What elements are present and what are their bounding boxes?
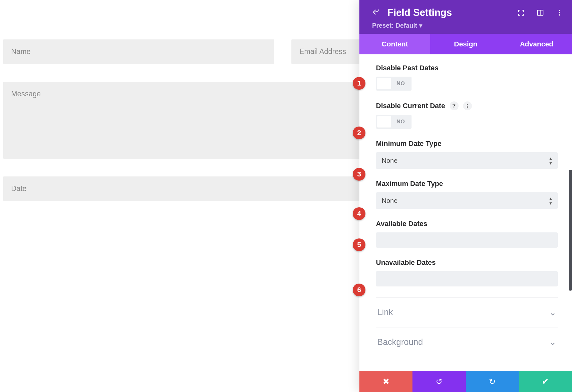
select-value: None (382, 157, 398, 164)
toggle-disable-past-dates[interactable]: NO (376, 77, 412, 91)
svg-point-3 (559, 12, 560, 13)
input-available-dates[interactable] (376, 232, 558, 248)
toggle-knob (377, 116, 391, 127)
panel-title: Field Settings (387, 7, 452, 18)
label-disable-past-dates: Disable Past Dates (376, 64, 439, 72)
label-max-date-type: Maximum Date Type (376, 180, 443, 188)
setting-min-date-type: Minimum Date Type None ▴▾ (376, 140, 558, 169)
check-icon: ✔ (542, 377, 549, 387)
chevron-down-icon: ⌄ (549, 337, 556, 347)
tab-advanced[interactable]: Advanced (501, 34, 572, 54)
svg-point-4 (559, 14, 560, 16)
close-icon: ✖ (383, 377, 390, 387)
settings-tabs: Content Design Advanced (359, 34, 572, 54)
panel-header: Field Settings Preset: Default ▾ (359, 0, 572, 34)
select-max-date-type[interactable]: None ▴▾ (376, 192, 558, 209)
caret-down-icon: ▾ (419, 22, 422, 29)
label-available-dates: Available Dates (376, 220, 427, 228)
accordion-background-label: Background (377, 337, 423, 347)
expand-icon[interactable] (517, 9, 525, 18)
name-field[interactable]: Name (3, 39, 274, 64)
annotation-badge-6: 6 (353, 284, 365, 296)
cancel-button[interactable]: ✖ (359, 371, 412, 392)
save-button[interactable]: ✔ (519, 371, 572, 392)
annotation-badge-2: 2 (353, 127, 365, 139)
redo-icon: ↻ (489, 377, 496, 387)
settings-panel: Field Settings Preset: Default ▾ Content… (359, 0, 572, 392)
label-disable-current-date: Disable Current Date (376, 102, 445, 110)
setting-available-dates: Available Dates (376, 220, 558, 248)
select-value: None (382, 197, 398, 204)
setting-more-icon[interactable]: ⋮ (463, 101, 472, 110)
annotation-badge-1: 1 (353, 77, 365, 90)
panel-body: Disable Past Dates NO Disable Current Da… (359, 54, 572, 371)
preset-selector[interactable]: Preset: Default ▾ (372, 22, 559, 29)
annotation-badge-4: 4 (353, 207, 365, 220)
annotation-badge-5: 5 (353, 238, 365, 251)
tab-design[interactable]: Design (430, 34, 501, 54)
toggle-text: NO (391, 119, 410, 125)
svg-point-2 (559, 10, 560, 11)
toggle-disable-current-date[interactable]: NO (376, 115, 412, 129)
setting-max-date-type: Maximum Date Type None ▴▾ (376, 180, 558, 209)
setting-unavailable-dates: Unavailable Dates (376, 258, 558, 286)
accordion-link[interactable]: Link ⌄ (376, 297, 558, 327)
back-icon[interactable] (372, 8, 380, 17)
undo-button[interactable]: ↺ (412, 371, 466, 392)
help-icon[interactable]: ? (450, 101, 459, 110)
annotation-badge-3: 3 (353, 168, 365, 181)
redo-button[interactable]: ↻ (466, 371, 519, 392)
select-min-date-type[interactable]: None ▴▾ (376, 152, 558, 169)
label-min-date-type: Minimum Date Type (376, 140, 441, 148)
setting-disable-current-date: Disable Current Date ? ⋮ NO (376, 101, 558, 129)
toggle-knob (377, 78, 391, 89)
chevron-down-icon: ⌄ (549, 307, 556, 318)
input-unavailable-dates[interactable] (376, 271, 558, 286)
preset-label: Preset: (372, 22, 394, 29)
columns-icon[interactable] (536, 9, 544, 18)
panel-actions: ✖ ↺ ↻ ✔ (359, 371, 572, 392)
select-caret-icon: ▴▾ (549, 156, 552, 165)
setting-disable-past-dates: Disable Past Dates NO (376, 64, 558, 91)
undo-icon: ↺ (436, 377, 443, 387)
scrollbar-thumb[interactable] (569, 170, 572, 291)
select-caret-icon: ▴▾ (549, 196, 552, 205)
tab-content[interactable]: Content (359, 34, 430, 54)
accordion-link-label: Link (377, 307, 393, 317)
label-unavailable-dates: Unavailable Dates (376, 258, 436, 267)
preset-value: Default (396, 22, 417, 29)
toggle-text: NO (391, 80, 410, 87)
more-vert-icon[interactable] (555, 9, 563, 18)
accordion-background[interactable]: Background ⌄ (376, 327, 558, 357)
